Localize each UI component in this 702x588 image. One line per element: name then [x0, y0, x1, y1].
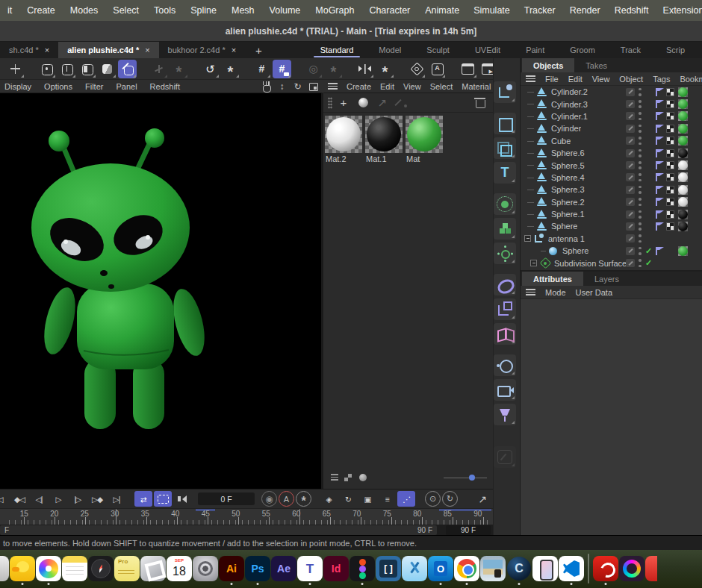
hamburger-icon[interactable] [328, 83, 338, 90]
material-tool-msphere[interactable] [355, 96, 371, 110]
layout-tab-standard[interactable]: Standard [308, 42, 367, 58]
keyframe-key-position[interactable]: ◈ [320, 491, 338, 507]
toolbar-button-axis[interactable] [149, 60, 168, 78]
toolbar-button-target[interactable] [304, 60, 323, 78]
visibility-dots[interactable] [639, 161, 642, 169]
uvw-tag-icon[interactable] [666, 222, 674, 231]
layer-edit-icon[interactable] [626, 88, 635, 96]
panel-tab-takes[interactable]: Takes [574, 58, 618, 72]
dock-app-settings[interactable] [193, 556, 218, 581]
expand-toggle[interactable] [530, 260, 537, 266]
layout-tab-model[interactable]: Model [366, 42, 414, 58]
material-tag-icon[interactable] [678, 148, 688, 158]
keyframe-key-rotation[interactable]: ↻ [339, 491, 357, 507]
record-keying-settings[interactable]: * [296, 491, 311, 507]
menubar-item-extensions[interactable]: Extensions [663, 5, 702, 16]
dock-app-creative-cloud[interactable] [619, 556, 644, 581]
material-menu-edit[interactable]: Edit [380, 82, 394, 91]
viewport-nav-orbit[interactable] [291, 81, 304, 93]
phong-tag-icon[interactable] [656, 173, 663, 181]
material-tag-icon[interactable] [678, 185, 688, 195]
menubar-item-select[interactable]: Select [113, 5, 139, 16]
transport-goto-end[interactable]: ▷| [108, 491, 125, 507]
layer-edit-icon[interactable] [626, 112, 635, 120]
enabled-check-icon[interactable]: ✓ [645, 246, 652, 256]
dock-app-photos[interactable] [36, 556, 61, 581]
material-tag-icon[interactable] [678, 222, 688, 231]
material-view-toggle-gridview[interactable] [344, 473, 354, 482]
toolbar-button-mode-model[interactable] [118, 60, 137, 78]
dock-app-iphone-mirroring[interactable] [532, 556, 558, 581]
tool-cube[interactable] [494, 137, 516, 159]
viewport-menu-filter[interactable]: Filter [85, 82, 103, 91]
layer-edit-icon[interactable] [626, 234, 635, 243]
dock-app-notes-pro[interactable]: Pro [114, 556, 140, 581]
toolbar-button-mode-points[interactable] [37, 60, 56, 78]
menubar-item-mesh[interactable]: Mesh [232, 5, 255, 16]
layer-edit-icon[interactable] [626, 137, 635, 145]
viewport-nav-dolly[interactable] [276, 81, 288, 93]
material-mat[interactable]: Mat [406, 116, 444, 165]
close-tab-icon[interactable]: × [145, 46, 149, 54]
uvw-tag-icon[interactable] [666, 173, 674, 181]
material-tag-icon[interactable] [678, 87, 688, 97]
objects-menu-file[interactable]: File [545, 75, 559, 84]
menubar-item-modes[interactable]: Modes [70, 5, 99, 16]
material-view-toggle-sphview[interactable] [358, 473, 368, 482]
keyframe-key-parameter[interactable]: ≡ [378, 491, 396, 507]
material-menu-select[interactable]: Select [430, 82, 453, 91]
object-row-subdivision-surface-2[interactable]: Subdivision Surface.2 ✓ [521, 257, 702, 269]
menubar-item-redshift[interactable]: Redshift [615, 5, 649, 16]
material-tool-picker[interactable] [394, 96, 410, 110]
viewport-menu-panel[interactable]: Panel [116, 82, 137, 91]
tool-light[interactable] [494, 404, 516, 425]
visibility-dots[interactable] [639, 173, 642, 181]
thumbnail-size-slider[interactable] [444, 473, 487, 482]
object-name[interactable]: Cylinder.2 [551, 87, 588, 96]
transport-play[interactable]: ▷ [49, 491, 67, 507]
toolbar-button-mirror[interactable] [355, 60, 374, 78]
object-row-cube[interactable]: Cube ✓ [521, 135, 702, 147]
visibility-dots[interactable] [639, 88, 642, 96]
key-mode-keyframe-selection[interactable]: ⊙ [425, 491, 441, 507]
dock-app-photoshop[interactable]: Ps [245, 556, 270, 581]
menubar-item-mograph[interactable]: MoGraph [315, 5, 354, 16]
dock-app-duck[interactable] [10, 556, 35, 581]
dock-app-indesign[interactable]: Id [323, 556, 349, 581]
dock-app-after-effects[interactable]: Ae [271, 556, 296, 581]
material-tag-icon[interactable] [678, 160, 688, 170]
layout-tab-track[interactable]: Track [608, 42, 653, 58]
tool-volume[interactable] [494, 218, 516, 240]
material-name[interactable]: Mat.1 [365, 153, 403, 165]
object-row-cylinder-1[interactable]: Cylinder.1 ✓ [521, 110, 702, 122]
tool-dynamics[interactable] [494, 243, 516, 264]
object-row-sphere-2[interactable]: Sphere.2 ✓ [521, 196, 702, 208]
visibility-dots[interactable] [639, 259, 642, 267]
layout-tab-groom[interactable]: Groom [557, 42, 608, 58]
material-tag-icon[interactable] [678, 197, 688, 207]
menubar-item-spline[interactable]: Spline [190, 5, 217, 16]
object-row-sphere-6[interactable]: Sphere.6 ✓ [521, 147, 702, 159]
toolbar-button-gear-d[interactable] [376, 60, 394, 78]
uvw-tag-icon[interactable] [666, 112, 674, 120]
close-tab-icon[interactable]: × [232, 46, 236, 54]
object-name[interactable]: Subdivision Surface.2 [554, 259, 633, 268]
expand-toggle[interactable] [524, 235, 531, 242]
dock-app-partial-right[interactable] [645, 556, 657, 581]
toolbar-button-gear-b[interactable] [221, 60, 240, 78]
material-menu-material[interactable]: Material [462, 82, 491, 91]
toolbar-button-grid[interactable] [252, 60, 271, 78]
phong-tag-icon[interactable] [656, 161, 663, 169]
uvw-tag-icon[interactable] [666, 125, 674, 133]
phong-tag-icon[interactable] [656, 100, 663, 108]
panel-tab-objects[interactable]: Objects [522, 58, 574, 72]
material-tag-icon[interactable] [678, 111, 688, 121]
viewport-menu-redshift[interactable]: Redshift [150, 82, 180, 91]
add-tab-button[interactable]: + [245, 42, 273, 58]
enabled-check-icon[interactable]: ✓ [645, 258, 652, 268]
timeline-expand-icon[interactable]: ↗ [478, 493, 487, 505]
visibility-dots[interactable] [639, 198, 642, 206]
uvw-tag-icon[interactable] [666, 198, 674, 206]
keyframe-key-scale[interactable]: ▣ [358, 491, 376, 507]
layout-tab-uvedit[interactable]: UVEdit [462, 42, 513, 58]
